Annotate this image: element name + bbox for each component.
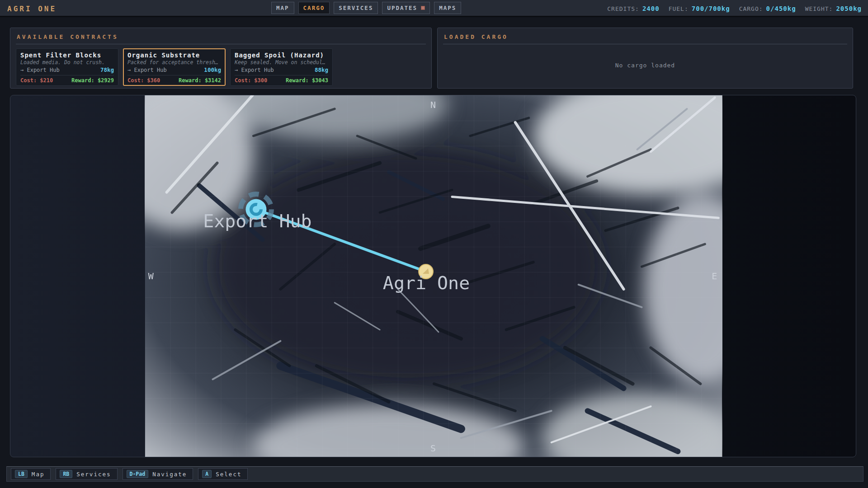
contract-description: Loaded media. Do not crush.: [20, 59, 114, 66]
hint-navigate-button[interactable]: D-Pad Navigate: [123, 468, 193, 480]
contract-name: Bagged Spoil (Hazard): [235, 52, 328, 59]
contract-card-selected[interactable]: Organic Substrate Packed for acceptance …: [123, 48, 226, 86]
status-readouts: CREDITS: 2400 FUEL: 700/700kg CARGO: 0/4…: [607, 0, 862, 17]
loaded-cargo-panel: LOADED CARGO No cargo loaded: [437, 28, 853, 89]
dpad-key-icon: D-Pad: [127, 470, 149, 478]
lb-key-icon: LB: [15, 470, 28, 478]
tab-cargo-label: CARGO: [303, 5, 325, 11]
available-contracts-panel: AVAILABLE CONTRACTS Spent Filter Blocks …: [10, 28, 432, 89]
tab-map[interactable]: MAP: [271, 2, 294, 14]
contract-reward-value: $3142: [205, 77, 221, 84]
map-viewport[interactable]: N S W E Export Hub Agri One: [10, 95, 856, 457]
top-bar: AGRI ONE MAP CARGO SERVICES UPDATES MAPS…: [0, 0, 868, 17]
contract-cost-value: $210: [40, 77, 53, 84]
map-canvas[interactable]: N S W E Export Hub Agri One: [10, 95, 856, 457]
hint-services-button[interactable]: RB Services: [56, 468, 117, 480]
tab-cargo[interactable]: CARGO: [298, 2, 330, 14]
contract-destination: → Export Hub: [235, 67, 274, 73]
cargo-empty-message: No cargo loaded: [443, 44, 847, 86]
credits-stat: CREDITS: 2400: [607, 5, 659, 12]
weight-stat: WEIGHT: 2050kg: [805, 5, 862, 12]
hint-select-label: Select: [216, 471, 241, 478]
contract-weight: 88kg: [315, 66, 328, 73]
hint-services-label: Services: [76, 471, 111, 478]
contract-cost-value: $300: [254, 77, 267, 84]
hint-select-button[interactable]: A Select: [198, 468, 248, 480]
contract-reward-label: Reward:: [286, 77, 309, 84]
hint-map-label: Map: [32, 471, 45, 478]
contract-destination: → Export Hub: [20, 67, 60, 73]
credits-value: 2400: [642, 5, 660, 12]
contract-description: Packed for acceptance thresh…: [127, 59, 221, 66]
contracts-panel-title: AVAILABLE CONTRACTS: [16, 32, 426, 44]
cargo-value: 0/450kg: [766, 5, 796, 12]
contract-name: Spent Filter Blocks: [20, 52, 114, 59]
tab-services-label: SERVICES: [339, 5, 373, 11]
contract-weight: 100kg: [204, 66, 221, 73]
tab-services[interactable]: SERVICES: [334, 2, 378, 14]
export-hub-label: Export Hub: [203, 211, 311, 231]
contract-reward-value: $2929: [98, 77, 114, 84]
compass-east-label: E: [712, 271, 717, 282]
weight-value: 2050kg: [836, 5, 862, 12]
compass-south-label: S: [430, 443, 436, 454]
tab-maps-label: MAPS: [439, 5, 456, 11]
contract-cost-label: Cost:: [235, 77, 251, 84]
agri-one-label: Agri One: [383, 272, 470, 293]
contract-reward-label: Reward:: [71, 77, 94, 84]
compass-west-label: W: [148, 271, 154, 282]
contract-card-list: Spent Filter Blocks Loaded media. Do not…: [16, 48, 426, 86]
fuel-stat: FUEL: 700/700kg: [669, 5, 730, 12]
contract-cost-label: Cost:: [20, 77, 37, 84]
contract-cost-label: Cost:: [127, 77, 144, 84]
compass-north-label: N: [430, 99, 436, 110]
contract-weight: 78kg: [100, 66, 114, 73]
weight-label: WEIGHT:: [805, 5, 833, 12]
contract-reward-label: Reward:: [179, 77, 202, 84]
contract-card[interactable]: Spent Filter Blocks Loaded media. Do not…: [16, 48, 118, 86]
hint-map-button[interactable]: LB Map: [11, 468, 51, 480]
contract-description: Keep sealed. Move on schedul…: [235, 59, 328, 66]
controller-hint-bar: LB Map RB Services D-Pad Navigate A Sele…: [6, 466, 863, 482]
tab-maps[interactable]: MAPS: [434, 2, 461, 14]
fuel-value: 700/700kg: [692, 5, 730, 12]
contract-name: Organic Substrate: [127, 52, 221, 59]
credits-label: CREDITS:: [607, 5, 639, 12]
a-key-icon: A: [202, 470, 212, 478]
tab-map-label: MAP: [276, 5, 289, 11]
cargo-stat: CARGO: 0/450kg: [739, 5, 796, 12]
tab-bar: MAP CARGO SERVICES UPDATES MAPS: [271, 2, 461, 14]
tab-updates[interactable]: UPDATES: [382, 2, 430, 14]
hint-navigate-label: Navigate: [152, 471, 187, 478]
notification-badge-icon: [421, 6, 425, 10]
contract-card[interactable]: Bagged Spoil (Hazard) Keep sealed. Move …: [230, 48, 333, 86]
contract-destination: → Export Hub: [127, 67, 167, 73]
tab-updates-label: UPDATES: [387, 5, 417, 11]
fuel-label: FUEL:: [669, 5, 689, 12]
cargo-label: CARGO:: [739, 5, 763, 12]
rb-key-icon: RB: [60, 470, 72, 478]
app-title: AGRI ONE: [7, 5, 57, 13]
cargo-panel-title: LOADED CARGO: [443, 32, 847, 44]
contract-cost-value: $360: [147, 77, 160, 84]
contract-reward-value: $3043: [312, 77, 328, 84]
